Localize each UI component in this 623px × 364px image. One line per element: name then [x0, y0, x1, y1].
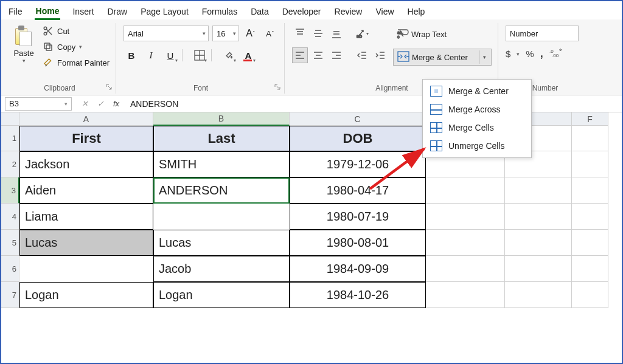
font-size-combo[interactable]: 16▾ [212, 26, 239, 41]
copy-button[interactable]: Copy ▾ [43, 41, 110, 52]
cell-f1[interactable] [572, 126, 608, 151]
decrease-indent-button[interactable] [354, 47, 370, 63]
paste-button[interactable]: Paste ▾ [10, 23, 38, 64]
col-header-a[interactable]: A [19, 112, 153, 126]
cell-a1[interactable]: First [19, 126, 153, 151]
number-format-combo[interactable]: Number [506, 26, 579, 41]
cell-b5[interactable]: Lucas [153, 230, 290, 256]
cell-e4[interactable] [505, 204, 572, 230]
row-header-4[interactable]: 4 [1, 204, 19, 230]
merge-cells-item[interactable]: Merge Cells [423, 118, 531, 137]
wrap-text-button[interactable]: abc Wrap Text [393, 26, 492, 43]
col-header-c[interactable]: C [290, 112, 426, 126]
name-box[interactable]: B3 ▾ [5, 97, 72, 111]
decrease-font-size-button[interactable]: A˅ [262, 26, 278, 41]
cell-b2[interactable]: SMITH [153, 151, 290, 177]
formula-input[interactable]: ANDERSON [125, 99, 622, 109]
tab-formulas[interactable]: Formulas [201, 4, 238, 19]
increase-indent-button[interactable] [372, 47, 388, 63]
cell-b3[interactable]: ANDERSON [153, 177, 290, 204]
tab-help[interactable]: Help [406, 4, 426, 19]
percent-button[interactable]: % [526, 49, 534, 59]
cell-f4[interactable] [572, 204, 608, 230]
tab-review[interactable]: Review [333, 4, 364, 19]
tab-data[interactable]: Data [249, 4, 270, 19]
cell-f2[interactable] [572, 151, 608, 177]
cell-c2[interactable]: 1979-12-06 [290, 151, 426, 177]
insert-function-button[interactable]: fx [110, 99, 123, 108]
font-name-combo[interactable]: Arial▾ [124, 26, 209, 41]
cell-d3[interactable] [426, 177, 505, 204]
cell-c1[interactable]: DOB [290, 126, 426, 151]
cell-c6[interactable]: 1984-09-09 [290, 256, 426, 282]
row-header-7[interactable]: 7 [1, 282, 19, 308]
cell-a4[interactable]: Liama [19, 204, 153, 230]
align-center-button[interactable] [310, 47, 326, 63]
col-header-f[interactable]: F [572, 112, 608, 126]
cell-a2[interactable]: Jackson [19, 151, 153, 177]
cell-a3[interactable]: Aiden [19, 177, 153, 204]
cancel-formula-button[interactable]: ✕ [78, 99, 91, 108]
cell-a5[interactable]: Lucas [19, 230, 153, 256]
comma-style-button[interactable]: , [540, 47, 543, 60]
enter-formula-button[interactable]: ✓ [94, 99, 107, 108]
merge-center-item[interactable]: Merge & Center [423, 82, 531, 100]
tab-page-layout[interactable]: Page Layout [139, 4, 190, 19]
cell-c5[interactable]: 1980-08-01 [290, 230, 426, 256]
cell-c7[interactable]: 1984-10-26 [290, 282, 426, 308]
cut-button[interactable]: Cut [43, 26, 110, 36]
increase-font-size-button[interactable]: A˄ [243, 26, 259, 41]
cell-f6[interactable] [572, 256, 608, 282]
currency-button[interactable]: $ [506, 49, 510, 59]
font-color-button[interactable]: A ▾ [240, 47, 256, 63]
borders-button[interactable]: ▾ [192, 47, 207, 63]
cell-b6[interactable]: Jacob [153, 256, 290, 282]
tab-draw[interactable]: Draw [106, 4, 128, 19]
row-header-2[interactable]: 2 [1, 151, 19, 177]
align-middle-button[interactable] [310, 26, 326, 41]
orientation-button[interactable]: ab▾ [354, 26, 370, 41]
row-header-6[interactable]: 6 [1, 256, 19, 282]
cell-e7[interactable] [505, 282, 572, 308]
fill-color-button[interactable]: ▾ [221, 47, 237, 63]
unmerge-cells-item[interactable]: Unmerge Cells [423, 137, 531, 155]
tab-file[interactable]: File [7, 4, 24, 19]
row-header-1[interactable]: 1 [1, 126, 19, 151]
row-header-5[interactable]: 5 [1, 230, 19, 256]
italic-button[interactable]: I [143, 47, 159, 63]
chevron-down-icon[interactable]: ▾ [479, 50, 490, 64]
align-right-button[interactable] [329, 47, 344, 63]
cell-e3[interactable] [505, 177, 572, 204]
cell-f5[interactable] [572, 230, 608, 256]
col-header-b[interactable]: B [153, 112, 290, 126]
align-bottom-button[interactable] [329, 26, 344, 41]
cell-d4[interactable] [426, 204, 505, 230]
select-all-cell[interactable] [1, 112, 19, 126]
increase-decimal-button[interactable]: .0.00 [549, 48, 563, 60]
cell-d7[interactable] [426, 282, 505, 308]
format-painter-button[interactable]: Format Painter [43, 57, 110, 68]
cell-a7[interactable]: Logan [19, 282, 153, 308]
dialog-launcher-icon[interactable] [105, 83, 113, 91]
row-header-3[interactable]: 3 [1, 177, 19, 204]
cell-b1[interactable]: Last [153, 126, 290, 151]
cell-e6[interactable] [505, 256, 572, 282]
align-left-button[interactable] [292, 47, 308, 63]
tab-home[interactable]: Home [35, 4, 61, 20]
cell-d5[interactable] [426, 230, 505, 256]
cell-e5[interactable] [505, 230, 572, 256]
cell-b7[interactable]: Logan [153, 282, 290, 308]
cell-f3[interactable] [572, 177, 608, 204]
tab-developer[interactable]: Developer [281, 4, 322, 19]
merge-across-item[interactable]: Merge Across [423, 100, 531, 118]
merge-center-split-button[interactable]: Merge & Center ▾ [393, 49, 492, 66]
cell-f7[interactable] [572, 282, 608, 308]
bold-button[interactable]: B [124, 47, 139, 63]
align-top-button[interactable] [292, 26, 308, 41]
cell-c4[interactable]: 1980-07-19 [290, 204, 426, 230]
tab-view[interactable]: View [374, 4, 395, 19]
cell-c3[interactable]: 1980-04-17 [290, 177, 426, 204]
underline-button[interactable]: U▾ [162, 47, 178, 63]
cell-d6[interactable] [426, 256, 505, 282]
tab-insert[interactable]: Insert [71, 4, 95, 19]
